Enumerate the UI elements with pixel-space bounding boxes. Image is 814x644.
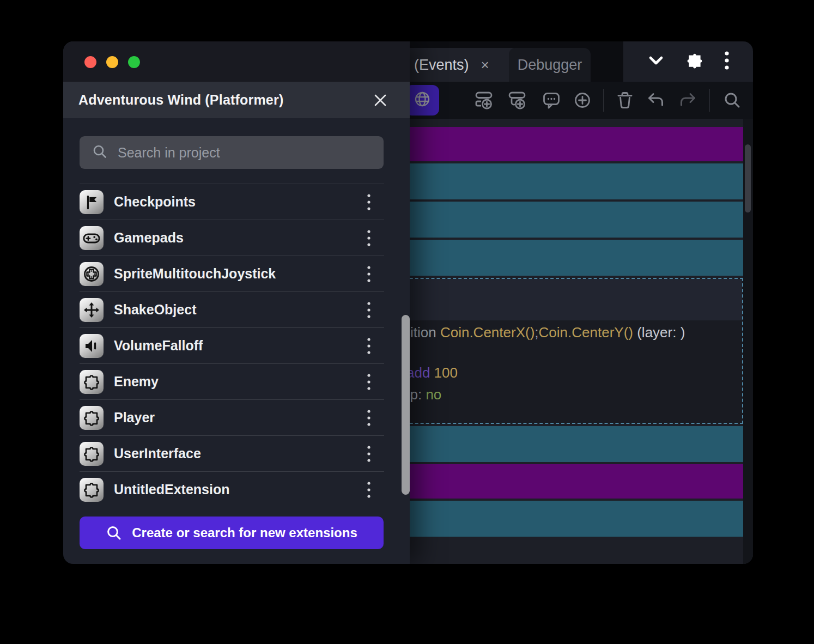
extension-list-item[interactable]: UserInterface [80, 435, 384, 471]
item-menu-icon[interactable] [367, 409, 371, 427]
puzzle-icon [80, 370, 104, 394]
item-menu-icon[interactable] [367, 373, 371, 391]
item-menu-icon[interactable] [367, 445, 371, 463]
tab-events[interactable]: (Events) × [399, 48, 519, 82]
chevron-down-icon[interactable] [647, 54, 665, 69]
globe-button[interactable] [405, 85, 439, 116]
puzzle-icon [80, 406, 104, 430]
event-row-teal[interactable] [410, 240, 743, 276]
extensions-list: Checkpoints Gamepads SpriteMultitouchJoy… [80, 184, 384, 507]
panel-scrollbar-thumb[interactable] [402, 315, 410, 495]
panel-header: Adventurous Wind (Platformer) [63, 82, 410, 118]
volume-icon [80, 334, 104, 358]
item-menu-icon[interactable] [367, 265, 371, 283]
event-row-teal[interactable] [410, 163, 743, 199]
event-action-text: op: no [410, 386, 742, 403]
item-menu-icon[interactable] [367, 301, 371, 319]
event-action-text: add 100 [410, 364, 742, 381]
extension-name: VolumeFalloff [114, 338, 203, 354]
tab-debugger-label: Debugger [518, 57, 582, 74]
event-row-teal[interactable] [410, 501, 743, 537]
event-row-teal[interactable] [410, 426, 743, 462]
joystick-icon [80, 262, 104, 286]
panel-title: Adventurous Wind (Platformer) [78, 92, 283, 108]
delete-icon[interactable] [613, 82, 637, 119]
add-circle-icon[interactable] [570, 82, 594, 119]
project-manager-panel: Adventurous Wind (Platformer) Checkpoint… [63, 41, 410, 564]
events-rows: sition Coin.CenterX();Coin.CenterY() (la… [410, 119, 743, 539]
tab-events-label: (Events) [414, 57, 469, 74]
extension-list-item[interactable]: VolumeFalloff [80, 327, 384, 363]
desktop-background: (Events) × Debugger [0, 0, 814, 644]
close-window-button[interactable] [84, 56, 96, 68]
puzzle-icon[interactable] [685, 51, 704, 72]
item-menu-icon[interactable] [367, 193, 371, 211]
kebab-menu-icon[interactable] [724, 50, 730, 74]
event-action-text: sition Coin.CenterX();Coin.CenterY() (la… [410, 324, 742, 341]
events-scrollbar-thumb[interactable] [745, 144, 751, 212]
extension-list-item[interactable]: Checkpoints [80, 184, 384, 220]
event-row-purple[interactable] [410, 127, 743, 161]
item-menu-icon[interactable] [367, 481, 371, 499]
search-icon [92, 143, 108, 162]
add-comment-icon[interactable] [539, 82, 563, 119]
event-condition-area[interactable] [410, 279, 742, 320]
create-extension-label: Create or search for new extensions [132, 525, 357, 540]
move-icon [80, 298, 104, 322]
extension-list-item[interactable]: Gamepads [80, 220, 384, 256]
toolbar-divider [709, 89, 710, 112]
toolbar-divider [603, 89, 604, 112]
extension-name: ShakeObject [114, 302, 196, 318]
undo-icon[interactable] [644, 82, 668, 119]
window-titlebar [63, 41, 410, 82]
extension-list-item[interactable]: UntitledExtension [80, 471, 384, 507]
close-tab-icon[interactable]: × [481, 58, 489, 72]
search-icon [106, 525, 122, 541]
add-event-icon[interactable] [472, 82, 496, 119]
events-sheet: sition Coin.CenterX();Coin.CenterY() (la… [410, 119, 743, 564]
extension-name: UserInterface [114, 446, 201, 461]
extension-name: Enemy [114, 374, 159, 390]
minimize-window-button[interactable] [106, 56, 118, 68]
extension-name: Checkpoints [114, 194, 196, 210]
extension-name: SpriteMultitouchJoystick [114, 266, 276, 282]
puzzle-icon [80, 442, 104, 466]
event-row-selected[interactable]: sition Coin.CenterX();Coin.CenterY() (la… [410, 278, 743, 424]
event-row-purple[interactable] [410, 464, 743, 499]
item-menu-icon[interactable] [367, 229, 371, 247]
app-window: (Events) × Debugger [63, 41, 753, 564]
event-row-teal[interactable] [410, 202, 743, 238]
add-subevent-icon[interactable] [506, 82, 530, 119]
events-scrollbar[interactable] [743, 119, 753, 564]
search-input[interactable] [117, 144, 384, 161]
globe-icon [414, 90, 431, 110]
search-icon[interactable] [720, 82, 744, 119]
extension-name: UntitledExtension [114, 482, 230, 497]
events-toolbar [410, 82, 753, 119]
zoom-window-button[interactable] [128, 56, 140, 68]
window-corner-actions [623, 41, 753, 82]
flag-icon [80, 190, 104, 214]
event-action-area[interactable]: sition Coin.CenterX();Coin.CenterY() (la… [410, 320, 742, 403]
close-panel-icon[interactable] [373, 93, 388, 108]
redo-icon[interactable] [676, 82, 700, 119]
extension-name: Player [114, 410, 155, 426]
project-search[interactable] [80, 136, 384, 169]
puzzle-icon [80, 478, 104, 502]
gamepad-icon [80, 226, 104, 250]
extension-list-item[interactable]: Player [80, 399, 384, 435]
item-menu-icon[interactable] [367, 337, 371, 355]
extension-list-item[interactable]: SpriteMultitouchJoystick [80, 256, 384, 291]
tab-bar: (Events) × Debugger [410, 41, 753, 82]
extension-list-item[interactable]: Enemy [80, 363, 384, 399]
create-extension-button[interactable]: Create or search for new extensions [80, 517, 384, 549]
extension-name: Gamepads [114, 230, 184, 246]
events-editor: (Events) × Debugger [410, 41, 753, 564]
tab-debugger[interactable]: Debugger [509, 48, 591, 82]
extension-list-item[interactable]: ShakeObject [80, 291, 384, 327]
